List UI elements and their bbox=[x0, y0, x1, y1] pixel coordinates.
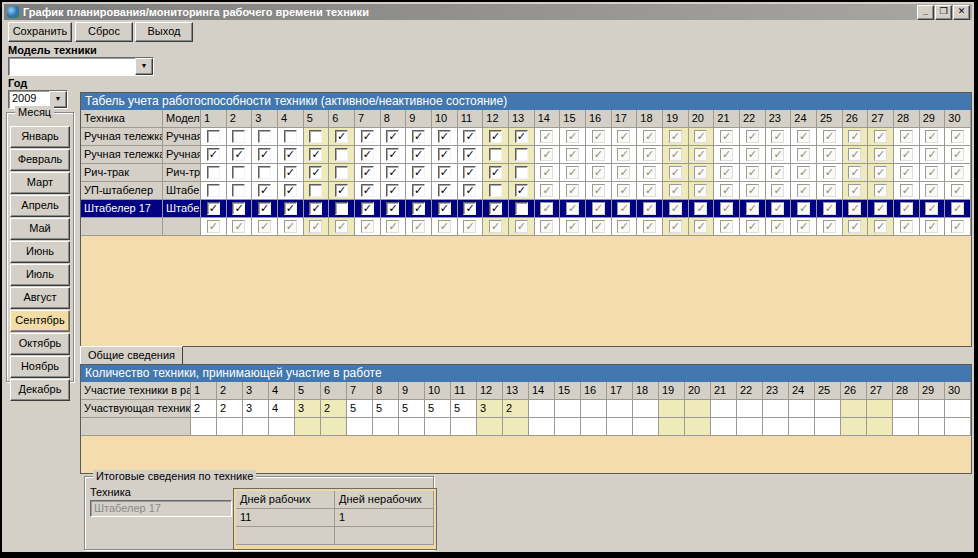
participation-empty-cell[interactable] bbox=[685, 418, 711, 436]
participation-value-cell[interactable]: 2 bbox=[321, 400, 347, 418]
participation-value-cell[interactable] bbox=[841, 400, 867, 418]
month-button-7[interactable]: Июль bbox=[10, 264, 70, 286]
day-checkbox[interactable]: ✓ bbox=[438, 166, 451, 179]
participation-value-cell[interactable] bbox=[815, 400, 841, 418]
day-checkbox[interactable] bbox=[284, 130, 297, 143]
participation-value-cell[interactable]: 2 bbox=[503, 400, 529, 418]
day-checkbox[interactable] bbox=[515, 202, 528, 215]
day-checkbox[interactable]: ✓ bbox=[284, 184, 297, 197]
participation-value-cell[interactable] bbox=[789, 400, 815, 418]
participation-value-cell[interactable] bbox=[607, 400, 633, 418]
participation-empty-cell[interactable] bbox=[321, 418, 347, 436]
participation-empty-cell[interactable] bbox=[399, 418, 425, 436]
day-checkbox[interactable]: ✓ bbox=[309, 166, 322, 179]
participation-empty-cell[interactable] bbox=[295, 418, 321, 436]
day-checkbox[interactable] bbox=[335, 202, 348, 215]
timesheet-row-model[interactable]: Ручная... bbox=[163, 146, 201, 164]
participation-empty-cell[interactable] bbox=[841, 418, 867, 436]
day-checkbox[interactable] bbox=[515, 148, 528, 161]
day-checkbox[interactable]: ✓ bbox=[207, 202, 220, 215]
day-checkbox[interactable]: ✓ bbox=[309, 148, 322, 161]
participation-empty-cell[interactable] bbox=[867, 418, 893, 436]
day-checkbox[interactable]: ✓ bbox=[207, 148, 220, 161]
participation-value-cell[interactable] bbox=[685, 400, 711, 418]
month-button-3[interactable]: Март bbox=[10, 172, 70, 194]
timesheet-row-model[interactable]: Ручная... bbox=[163, 128, 201, 146]
participation-empty-cell[interactable] bbox=[477, 418, 503, 436]
participation-value-cell[interactable]: 5 bbox=[425, 400, 451, 418]
participation-empty-cell[interactable] bbox=[269, 418, 295, 436]
participation-empty-cell[interactable] bbox=[555, 418, 581, 436]
month-button-9[interactable]: Сентябрь bbox=[10, 310, 70, 332]
day-checkbox[interactable] bbox=[309, 130, 322, 143]
day-checkbox[interactable]: ✓ bbox=[463, 166, 476, 179]
day-checkbox[interactable]: ✓ bbox=[232, 202, 245, 215]
minimize-icon[interactable]: _ bbox=[917, 5, 934, 20]
participation-empty-cell[interactable] bbox=[243, 418, 269, 436]
day-checkbox[interactable] bbox=[232, 166, 245, 179]
day-checkbox[interactable] bbox=[489, 148, 502, 161]
day-checkbox[interactable]: ✓ bbox=[412, 166, 425, 179]
timesheet-row-model[interactable]: Штабе... bbox=[163, 200, 201, 218]
day-checkbox[interactable]: ✓ bbox=[386, 130, 399, 143]
day-checkbox[interactable]: ✓ bbox=[515, 184, 528, 197]
month-button-4[interactable]: Апрель bbox=[10, 195, 70, 217]
month-button-8[interactable]: Август bbox=[10, 287, 70, 309]
chevron-down-icon[interactable]: ▼ bbox=[135, 58, 153, 75]
participation-value-cell[interactable] bbox=[737, 400, 763, 418]
day-checkbox[interactable] bbox=[207, 184, 220, 197]
tab-general-info[interactable]: Общие сведения bbox=[80, 346, 183, 366]
participation-empty-cell[interactable] bbox=[503, 418, 529, 436]
day-checkbox[interactable]: ✓ bbox=[284, 202, 297, 215]
participation-value-cell[interactable]: 3 bbox=[295, 400, 321, 418]
day-checkbox[interactable] bbox=[335, 148, 348, 161]
day-checkbox[interactable]: ✓ bbox=[386, 166, 399, 179]
close-icon[interactable]: ✕ bbox=[953, 5, 970, 20]
model-combobox[interactable]: ▼ bbox=[8, 57, 154, 76]
participation-value-cell[interactable]: 5 bbox=[399, 400, 425, 418]
reset-button[interactable]: Сброс bbox=[75, 22, 133, 42]
month-button-5[interactable]: Май bbox=[10, 218, 70, 240]
timesheet-row-model[interactable]: Штабе... bbox=[163, 182, 201, 200]
participation-empty-cell[interactable] bbox=[893, 418, 919, 436]
participation-value-cell[interactable] bbox=[555, 400, 581, 418]
day-checkbox[interactable] bbox=[515, 166, 528, 179]
day-checkbox[interactable] bbox=[309, 184, 322, 197]
participation-value-cell[interactable]: 2 bbox=[217, 400, 243, 418]
timesheet-row-tech[interactable]: Штабелер 17 bbox=[81, 200, 163, 218]
day-checkbox[interactable]: ✓ bbox=[515, 130, 528, 143]
participation-value-cell[interactable] bbox=[633, 400, 659, 418]
day-checkbox[interactable] bbox=[207, 130, 220, 143]
participation-value-cell[interactable] bbox=[893, 400, 919, 418]
day-checkbox[interactable]: ✓ bbox=[463, 130, 476, 143]
exit-button[interactable]: Выход bbox=[135, 22, 193, 42]
timesheet-row-tech[interactable]: УП-штабелер bbox=[81, 182, 163, 200]
timesheet-row-model[interactable]: Рич-трак bbox=[163, 164, 201, 182]
day-checkbox[interactable]: ✓ bbox=[489, 130, 502, 143]
day-checkbox[interactable]: ✓ bbox=[335, 130, 348, 143]
timesheet-row-tech[interactable]: Ручная тележка - 1 bbox=[81, 128, 163, 146]
participation-empty-cell[interactable] bbox=[763, 418, 789, 436]
day-checkbox[interactable]: ✓ bbox=[258, 202, 271, 215]
participation-value-cell[interactable]: 3 bbox=[243, 400, 269, 418]
participation-empty-cell[interactable] bbox=[737, 418, 763, 436]
day-checkbox[interactable]: ✓ bbox=[463, 184, 476, 197]
day-checkbox[interactable] bbox=[258, 166, 271, 179]
day-checkbox[interactable] bbox=[232, 130, 245, 143]
month-button-11[interactable]: Ноябрь bbox=[10, 356, 70, 378]
month-button-12[interactable]: Декабрь bbox=[10, 379, 70, 401]
participation-empty-cell[interactable] bbox=[217, 418, 243, 436]
participation-value-cell[interactable] bbox=[659, 400, 685, 418]
participation-empty-cell[interactable] bbox=[659, 418, 685, 436]
day-checkbox[interactable]: ✓ bbox=[489, 166, 502, 179]
day-checkbox[interactable]: ✓ bbox=[438, 148, 451, 161]
day-checkbox[interactable]: ✓ bbox=[361, 130, 374, 143]
day-checkbox[interactable]: ✓ bbox=[361, 148, 374, 161]
day-checkbox[interactable]: ✓ bbox=[309, 202, 322, 215]
day-checkbox[interactable]: ✓ bbox=[412, 184, 425, 197]
day-checkbox[interactable] bbox=[207, 166, 220, 179]
day-checkbox[interactable] bbox=[489, 184, 502, 197]
day-checkbox[interactable]: ✓ bbox=[438, 202, 451, 215]
participation-empty-cell[interactable] bbox=[529, 418, 555, 436]
timesheet-row-tech[interactable]: Ручная тележка - 2 bbox=[81, 146, 163, 164]
